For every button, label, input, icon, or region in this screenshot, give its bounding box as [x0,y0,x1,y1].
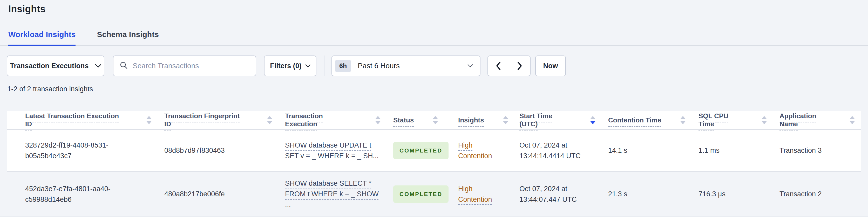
table-header-row: Latest Transaction Execution ID Transact… [7,111,861,130]
column-header-application-name[interactable]: Application Name [773,111,861,130]
search-input[interactable] [133,62,249,70]
cell-application-name: Transaction 2 [773,171,861,217]
filters-button[interactable]: Filters (0) [264,56,316,76]
transaction-insights-table: Latest Transaction Execution ID Transact… [7,111,861,217]
column-header-latest-transaction-execution-id[interactable]: Latest Transaction Execution ID [7,111,158,130]
tab-workload-insights[interactable]: Workload Insights [8,30,75,46]
chevron-down-icon [95,64,101,68]
cell-contention-time: 21.3 s [602,171,692,217]
transaction-type-select[interactable]: Transaction Executions [7,56,104,76]
cell-contention-time: 14.1 s [602,130,692,171]
cell-sql-cpu-time: 1.1 ms [692,130,773,171]
table-row: 328729d2-ff19-4408-8531-b05a5b4e43c7 08d… [7,130,861,171]
time-range-label: Past 6 Hours [358,62,467,70]
column-header-start-time[interactable]: Start Time (UTC) [513,111,602,130]
sort-icon[interactable] [590,116,596,124]
cell-transaction-execution: SHOW database SELECT * FROM t WHERE k = … [279,171,387,217]
now-button[interactable]: Now [535,56,566,76]
cell-status: COMPLETED [387,171,452,217]
column-label: Contention Time [608,116,661,124]
cell-insights: High Contention [452,130,513,171]
sort-icon[interactable] [375,116,381,124]
transaction-statement-link[interactable]: SHOW database SELECT * FROM t WHERE k = … [285,180,379,209]
column-label: Insights [458,116,484,124]
chevron-left-icon [496,62,501,70]
cell-transaction-execution: SHOW database UPDATE t SET v = _ WHERE k… [279,130,387,171]
table-row: 452da3e7-e7fa-4801-aa40-c59988d14eb6 480… [7,171,861,217]
column-label: Start Time (UTC) [519,112,571,128]
sort-icon[interactable] [849,116,855,124]
column-label: Status [393,116,414,124]
cell-start-time: Oct 07, 2024 at 13:44:14.4414 UTC [513,130,602,171]
search-box[interactable] [113,56,256,76]
column-header-contention-time[interactable]: Contention Time [602,111,692,130]
column-header-transaction-execution[interactable]: Transaction Execution [279,111,387,130]
column-header-transaction-fingerprint-id[interactable]: Transaction Fingerprint ID [158,111,279,130]
sort-icon[interactable] [503,116,508,124]
page-title: Insights [8,4,45,14]
chevron-down-icon [467,64,473,68]
column-label: Latest Transaction Execution ID [25,112,127,128]
column-header-status[interactable]: Status [387,111,452,130]
sort-icon[interactable] [267,116,273,124]
insights-tabs: Workload Insights Schema Insights [8,30,159,46]
cell-insights: High Contention [452,171,513,217]
column-header-insights[interactable]: Insights [452,111,513,130]
column-label: Transaction Execution [285,112,356,128]
time-nav-group [488,56,531,76]
insight-link[interactable]: High Contention [458,141,492,160]
results-count: 1-2 of 2 transaction insights [7,85,93,93]
filters-label: Filters (0) [270,62,302,70]
time-next-button[interactable] [509,56,531,76]
sort-icon[interactable] [680,116,686,124]
cell-start-time: Oct 07, 2024 at 13:44:07.447 UTC [513,171,602,217]
insight-link[interactable]: High Contention [458,185,492,203]
column-header-sql-cpu-time[interactable]: SQL CPU Time [692,111,773,130]
sort-icon[interactable] [146,116,152,124]
cell-fingerprint-id: 08d8b7d97f830463 [158,130,279,171]
column-label: Application Name [779,112,831,128]
time-range-select[interactable]: 6h Past 6 Hours [332,56,480,76]
tab-schema-insights[interactable]: Schema Insights [97,30,159,46]
sort-icon[interactable] [432,116,438,124]
status-badge: COMPLETED [393,142,448,159]
transaction-statement-link[interactable]: SHOW database UPDATE t SET v = _ WHERE k… [285,141,379,160]
controls-separator [324,56,324,76]
table-bottom-edge [0,217,868,222]
cell-status: COMPLETED [387,130,452,171]
cell-execution-id: 328729d2-ff19-4408-8531-b05a5b4e43c7 [7,130,158,171]
column-label: Transaction Fingerprint ID [164,112,248,128]
search-icon [120,61,128,70]
cell-sql-cpu-time: 716.3 µs [692,171,773,217]
column-label: SQL CPU Time [699,112,743,128]
cell-fingerprint-id: 480a8b217be006fe [158,171,279,217]
chevron-down-icon [305,64,310,68]
insights-table-card: Latest Transaction Execution ID Transact… [7,111,861,222]
time-prev-button[interactable] [488,56,509,76]
controls-row: Transaction Executions Filters (0) 6h Pa… [7,56,566,76]
cell-execution-id: 452da3e7-e7fa-4801-aa40-c59988d14eb6 [7,171,158,217]
cell-application-name: Transaction 3 [773,130,861,171]
status-badge: COMPLETED [393,185,448,203]
time-range-badge: 6h [335,60,351,72]
transaction-type-label: Transaction Executions [10,62,89,70]
sort-icon[interactable] [761,116,767,124]
chevron-right-icon [517,62,522,70]
